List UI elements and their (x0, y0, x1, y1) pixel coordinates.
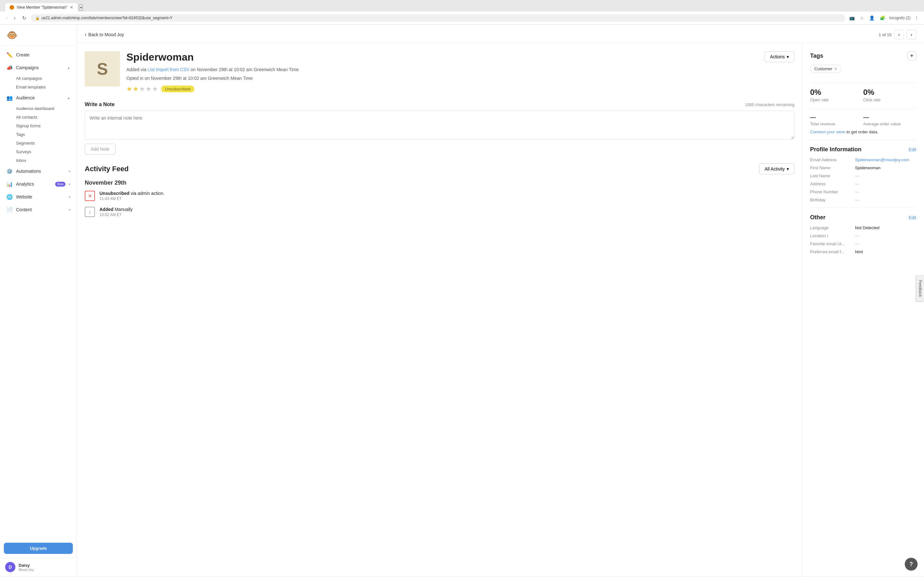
profile-key: Favorite email cli... (810, 242, 855, 246)
profile-row: Birthday — (810, 197, 916, 202)
sidebar-item-audience-dashboard[interactable]: Audience dashboard (0, 104, 77, 113)
profile-value: Spiderwoman (855, 165, 881, 170)
divider (810, 109, 916, 109)
sidebar-item-all-campaigns[interactable]: All campaigns (0, 74, 77, 83)
profile-key: Email Address (810, 157, 855, 162)
active-tab[interactable]: View Member "Spiderwoman" ✕ (5, 3, 78, 11)
feedback-tab[interactable]: Feedback (916, 276, 924, 302)
sidebar-item-inbox[interactable]: Inbox (0, 156, 77, 165)
other-section: Other Edit Language Not Detected Locatio… (810, 214, 916, 254)
user-info: Daisy Mood Joy (19, 563, 34, 572)
tag-remove-button[interactable]: ✕ (834, 67, 837, 71)
menu-button[interactable]: ⋮ (913, 14, 920, 22)
profile-key: Preferred email f... (810, 250, 855, 254)
profile-edit-link[interactable]: Edit (909, 147, 916, 152)
upgrade-button[interactable]: Upgrade (4, 543, 73, 554)
member-content-area: S Spiderwoman Added via List Import from… (77, 44, 802, 576)
sidebar-item-tags[interactable]: Tags (0, 130, 77, 139)
member-opted-text: Opted in on November 29th at 10:02 am Gr… (126, 75, 758, 82)
main-content: ‹ Back to Mood Joy 1 of 15 ‹ › S (77, 25, 924, 576)
member-name: Spiderwoman (126, 51, 758, 63)
create-icon: ✏️ (6, 52, 13, 58)
tags-section: Tags + Customer ✕ (810, 51, 916, 75)
sidebar-item-surveys[interactable]: Surveys (0, 147, 77, 156)
activity-filter-button[interactable]: All Activity ▾ (759, 163, 795, 174)
profile-value: — (855, 189, 859, 194)
profile-button[interactable]: 👤 (868, 14, 876, 22)
cast-button[interactable]: 📺 (848, 14, 856, 22)
sidebar-item-audience[interactable]: 👥 Audience ▲ (0, 91, 77, 104)
tab-close-button[interactable]: ✕ (70, 5, 73, 10)
other-title: Other (810, 214, 825, 221)
list-import-link[interactable]: List Import from CSV (148, 67, 189, 72)
sidebar-item-all-contacts[interactable]: All contacts (0, 113, 77, 121)
back-nav-button[interactable]: ‹ (4, 15, 9, 21)
sidebar-campaigns-label: Campaigns (16, 65, 64, 70)
chars-remaining: 1000 characters remaining (745, 102, 795, 107)
note-textarea[interactable] (85, 111, 795, 139)
profile-value: — (855, 181, 859, 186)
star-5: ★ (152, 85, 158, 93)
star-4: ★ (145, 85, 152, 93)
sidebar-user: D Daisy Mood Joy (0, 558, 77, 576)
reload-button[interactable]: ↻ (20, 15, 28, 22)
sidebar-item-label: Create (16, 52, 70, 57)
activity-feed-title: Activity Feed (85, 165, 759, 173)
sidebar-item-create[interactable]: ✏️ Create (0, 48, 77, 61)
sidebar-item-automations[interactable]: ⚙️ Automations ▾ (0, 165, 77, 177)
profile-value: Spiderwoman@moodjoy.com (855, 157, 909, 162)
unsubscribe-icon: ✕ (85, 191, 95, 201)
audience-chevron: ▲ (67, 96, 70, 100)
activity-details: Unsubscribed via admin action. 11:43 AM … (99, 191, 164, 201)
connect-store-link[interactable]: Connect your store (810, 129, 845, 134)
info-icon: ℹ (827, 234, 829, 238)
sidebar-item-email-templates[interactable]: Email templates (0, 83, 77, 91)
campaigns-icon: 📣 (6, 64, 13, 71)
profile-value: html (855, 250, 863, 254)
profile-key: Address (810, 181, 855, 186)
tags-header: Tags + (810, 51, 916, 60)
sidebar-item-segments[interactable]: Segments (0, 139, 77, 147)
profile-row: Address — (810, 181, 916, 186)
new-tab-button[interactable]: + (79, 5, 83, 11)
sidebar-content-label: Content (16, 207, 65, 212)
sidebar-item-campaigns[interactable]: 📣 Campaigns ▲ (0, 61, 77, 74)
help-button[interactable]: ? (905, 558, 918, 571)
prev-page-button[interactable]: ‹ (894, 30, 904, 39)
divider (810, 82, 916, 83)
sidebar-item-analytics[interactable]: 📊 Analytics New ▾ (0, 177, 77, 190)
user-company: Mood Joy (19, 568, 34, 572)
tab-favicon (10, 5, 14, 10)
address-bar[interactable]: 🔒 us21.admin.mailchimp.com/lists/members… (31, 14, 846, 22)
back-link[interactable]: ‹ Back to Mood Joy (85, 32, 124, 37)
profile-value: — (855, 197, 859, 202)
profile-value: — (855, 173, 859, 178)
avg-order-label: Average order value (863, 121, 917, 126)
bookmark-button[interactable]: ☆ (859, 14, 865, 22)
right-panel: Tags + Customer ✕ 0% Open ra (802, 44, 924, 576)
added-icon: ↓ (85, 207, 95, 217)
automations-chevron: ▾ (69, 169, 70, 173)
website-icon: 🌐 (6, 193, 13, 200)
next-page-button[interactable]: › (906, 30, 916, 39)
activity-item: ↓ Added Manually 10:02 AM ET (85, 207, 795, 217)
add-note-button[interactable]: Add Note (85, 143, 115, 155)
other-edit-link[interactable]: Edit (909, 215, 916, 220)
back-arrow-icon: ‹ (85, 32, 86, 37)
activity-time: 10:02 AM ET (99, 213, 132, 217)
extensions-button[interactable]: 🧩 (879, 14, 887, 22)
actions-button[interactable]: Actions ▾ (764, 51, 795, 62)
sidebar-item-content[interactable]: 📄 Content ▾ (0, 203, 77, 216)
profile-key: Language (810, 226, 855, 230)
sidebar-item-website[interactable]: 🌐 Website ▾ (0, 190, 77, 203)
profile-key: Last Name (810, 173, 855, 178)
status-badge: Unsubscribed (161, 85, 194, 92)
sidebar-item-signup-forms[interactable]: Signup forms (0, 121, 77, 130)
analytics-icon: 📊 (6, 181, 13, 187)
other-section-header: Other Edit (810, 214, 916, 221)
profile-row: Favorite email cli... — (810, 242, 916, 246)
email-link[interactable]: Spiderwoman@moodjoy.com (855, 157, 909, 162)
sidebar-logo: 🐵 (0, 25, 77, 46)
forward-nav-button[interactable]: › (12, 15, 17, 21)
add-tag-button[interactable]: + (907, 51, 916, 60)
